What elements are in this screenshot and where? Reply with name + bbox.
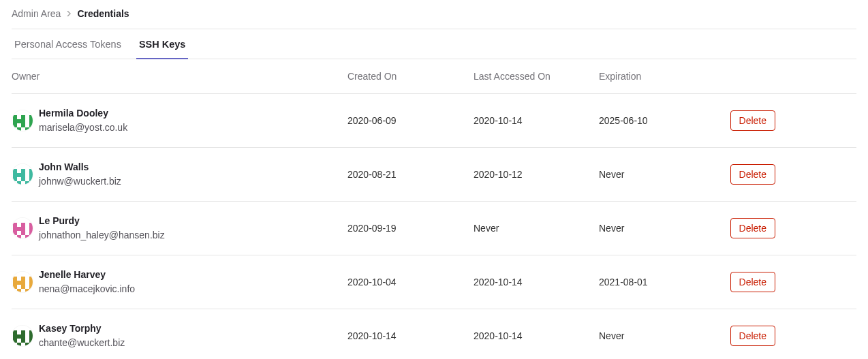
svg-rect-12 (25, 127, 29, 131)
table-row: John Walls johnw@wuckert.biz 2020-08-21 … (12, 148, 856, 202)
delete-button[interactable]: Delete (730, 110, 775, 131)
svg-rect-35 (21, 231, 25, 235)
svg-rect-14 (17, 173, 21, 177)
svg-rect-57 (29, 330, 33, 334)
svg-rect-47 (13, 285, 17, 289)
cell-expiration: 2021-08-01 (599, 277, 724, 287)
svg-rect-55 (13, 330, 17, 334)
cell-accessed: 2020-10-14 (474, 115, 599, 126)
cell-accessed: 2020-10-14 (474, 277, 599, 287)
tab-ssh-keys[interactable]: SSH Keys (136, 29, 189, 59)
delete-button[interactable]: Delete (730, 326, 775, 346)
svg-rect-33 (29, 227, 33, 231)
svg-rect-31 (29, 223, 33, 227)
svg-rect-29 (13, 223, 17, 227)
th-accessed: Last Accessed On (474, 71, 599, 82)
svg-rect-44 (29, 277, 33, 281)
table-header: Owner Created On Last Accessed On Expira… (12, 59, 856, 94)
svg-rect-45 (13, 281, 17, 285)
svg-rect-43 (21, 277, 25, 281)
svg-rect-63 (17, 343, 21, 347)
avatar (12, 110, 33, 131)
svg-rect-32 (13, 227, 17, 231)
th-created: Created On (347, 71, 474, 82)
avatar (12, 163, 33, 185)
svg-rect-64 (25, 343, 29, 347)
owner-email: marisela@yost.co.uk (39, 121, 127, 135)
svg-rect-16 (13, 169, 17, 173)
svg-rect-48 (21, 285, 25, 289)
svg-rect-27 (17, 227, 21, 231)
owner-email: johnathon_haley@hansen.biz (39, 228, 165, 243)
svg-rect-61 (21, 339, 25, 343)
cell-created: 2020-09-19 (347, 223, 474, 234)
svg-rect-37 (17, 235, 21, 239)
th-expiration: Expiration (599, 71, 724, 82)
breadcrumb-root[interactable]: Admin Area (12, 8, 61, 19)
tabs: Personal Access Tokens SSH Keys (12, 29, 856, 59)
svg-rect-22 (21, 177, 25, 181)
table-row: Kasey Torphy chante@wuckert.biz 2020-10-… (12, 309, 856, 359)
avatar (12, 217, 33, 239)
owner-name: Jenelle Harvey (39, 268, 135, 282)
svg-rect-42 (13, 277, 17, 281)
cell-created: 2020-10-04 (347, 277, 474, 287)
svg-rect-28 (21, 227, 25, 231)
owner-name: Kasey Torphy (39, 322, 125, 336)
svg-rect-60 (13, 339, 17, 343)
avatar (12, 271, 33, 293)
owner-name: Hermila Dooley (39, 106, 127, 121)
svg-rect-46 (29, 281, 33, 285)
tab-personal-access-tokens[interactable]: Personal Access Tokens (12, 29, 124, 59)
svg-rect-17 (21, 169, 25, 173)
cell-expiration: Never (599, 330, 724, 341)
svg-rect-41 (21, 281, 25, 285)
th-owner: Owner (12, 71, 347, 82)
cell-expiration: 2025-06-10 (599, 115, 724, 126)
svg-rect-24 (17, 181, 21, 185)
delete-button[interactable]: Delete (730, 218, 775, 238)
svg-rect-8 (13, 123, 17, 127)
svg-rect-21 (13, 177, 17, 181)
cell-created: 2020-08-21 (347, 169, 474, 180)
svg-rect-54 (21, 334, 25, 339)
owner-email: chante@wuckert.biz (39, 336, 125, 350)
svg-rect-20 (29, 173, 33, 177)
cell-accessed: 2020-10-14 (474, 330, 599, 341)
owner-email: johnw@wuckert.biz (39, 174, 121, 189)
delete-button[interactable]: Delete (730, 164, 775, 185)
svg-rect-25 (25, 181, 29, 185)
table-row: Jenelle Harvey nena@macejkovic.info 2020… (12, 255, 856, 309)
cell-accessed: 2020-10-12 (474, 169, 599, 180)
svg-rect-51 (25, 289, 29, 293)
svg-rect-19 (13, 173, 17, 177)
svg-rect-9 (21, 123, 25, 127)
breadcrumb-current: Credentials (77, 8, 129, 19)
svg-rect-4 (21, 115, 25, 119)
svg-rect-11 (17, 127, 21, 131)
svg-rect-50 (17, 289, 21, 293)
svg-rect-58 (13, 334, 17, 339)
svg-rect-36 (29, 231, 33, 235)
chevron-right-icon (66, 10, 72, 18)
svg-rect-3 (13, 115, 17, 119)
svg-rect-15 (21, 173, 25, 177)
svg-rect-49 (29, 285, 33, 289)
owner-name: Le Purdy (39, 214, 165, 228)
credentials-table: Owner Created On Last Accessed On Expira… (12, 59, 856, 359)
svg-rect-23 (29, 177, 33, 181)
svg-rect-7 (29, 119, 33, 123)
svg-rect-59 (29, 334, 33, 339)
svg-rect-6 (13, 119, 17, 123)
svg-rect-10 (29, 123, 33, 127)
cell-created: 2020-10-14 (347, 330, 474, 341)
cell-expiration: Never (599, 223, 724, 234)
table-row: Hermila Dooley marisela@yost.co.uk 2020-… (12, 94, 856, 148)
delete-button[interactable]: Delete (730, 272, 775, 292)
svg-rect-40 (17, 281, 21, 285)
svg-rect-34 (13, 231, 17, 235)
svg-rect-56 (21, 330, 25, 334)
svg-rect-1 (17, 119, 21, 123)
table-row: Le Purdy johnathon_haley@hansen.biz 2020… (12, 202, 856, 255)
svg-rect-18 (29, 169, 33, 173)
